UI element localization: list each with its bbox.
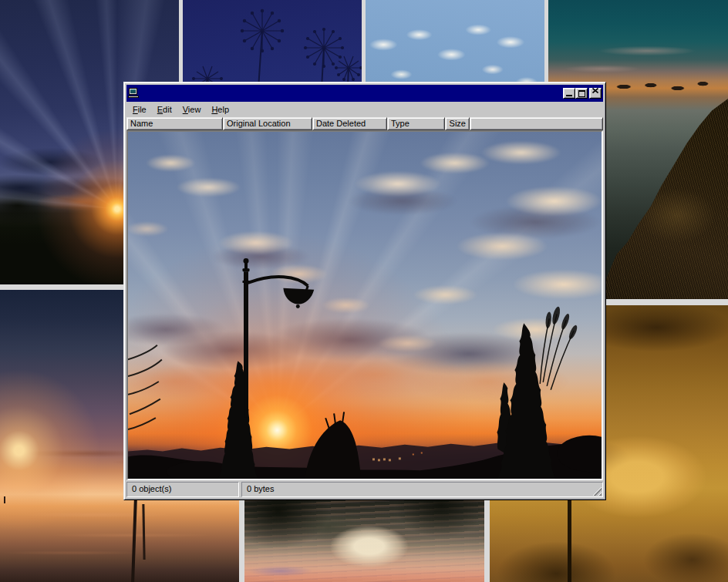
menu-bar: File Edit View Help: [126, 102, 603, 117]
column-header-original-location[interactable]: Original Location: [223, 117, 312, 130]
water-pole: [131, 498, 137, 582]
menu-file[interactable]: File: [127, 103, 152, 116]
list-view[interactable]: [126, 130, 603, 480]
title-bar[interactable]: [126, 85, 603, 102]
status-object-count: 0 object(s): [126, 482, 239, 497]
maximize-button[interactable]: [575, 88, 588, 99]
menu-view[interactable]: View: [177, 103, 207, 116]
water-pole: [4, 496, 5, 503]
column-header-row: Name Original Location Date Deleted Type…: [126, 117, 603, 130]
desktop: File Edit View Help Name Original Locati…: [0, 0, 728, 582]
column-header-filler: [470, 117, 603, 130]
column-header-type[interactable]: Type: [387, 117, 445, 130]
column-header-name[interactable]: Name: [126, 117, 223, 130]
column-header-date-deleted[interactable]: Date Deleted: [312, 117, 387, 130]
status-size: 0 bytes: [241, 482, 603, 497]
water-pole: [142, 504, 145, 560]
close-button[interactable]: [589, 88, 602, 99]
menu-edit[interactable]: Edit: [152, 103, 177, 116]
minimize-button[interactable]: [563, 88, 575, 99]
status-bar: 0 object(s) 0 bytes: [126, 482, 603, 497]
close-icon: [592, 82, 598, 96]
recycle-bin-window: File Edit View Help Name Original Locati…: [123, 82, 606, 500]
maximize-icon: [578, 90, 585, 97]
silhouette-layer: [128, 132, 602, 479]
menu-help[interactable]: Help: [206, 103, 234, 116]
minimize-icon: [566, 95, 572, 96]
computer-monitor-icon[interactable]: [128, 88, 140, 99]
column-header-size[interactable]: Size: [445, 117, 470, 130]
